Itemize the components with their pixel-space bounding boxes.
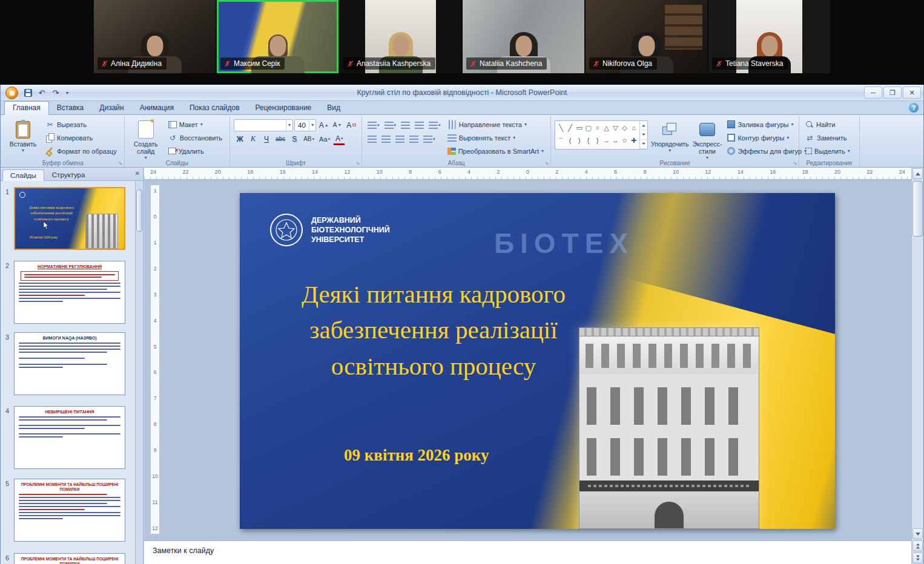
character-spacing-button[interactable]: АВ▾ — [302, 133, 316, 145]
slide-thumbnail-5[interactable]: ПРОБЛЕМНІ МОМЕНТИ ТА НАЙБІЛЬШ ПОШИРЕНІ П… — [14, 479, 125, 542]
slide-title[interactable]: Деякі питання кадрового забезпечення реа… — [258, 277, 609, 384]
participant-tile-1[interactable]: Аліна Дидикіна — [94, 0, 216, 73]
cut-button[interactable]: ✂Вырезать — [43, 118, 120, 131]
arrange-button[interactable]: Упорядочить▾ — [650, 118, 689, 161]
vertical-ruler[interactable]: 10123456789101112 — [150, 185, 160, 534]
horizontal-ruler[interactable]: 2422201816141210864202468101214161820222… — [144, 168, 911, 180]
notes-pane[interactable]: Заметки к слайду — [144, 540, 911, 564]
shape-fill-button[interactable]: Заливка фигуры▾ — [725, 118, 810, 131]
strikethrough-button[interactable]: abc — [274, 133, 287, 145]
tab-slideshow[interactable]: Показ слайдов — [182, 102, 248, 114]
office-button[interactable] — [5, 87, 18, 99]
align-center-button[interactable] — [380, 133, 392, 145]
scroll-down-button[interactable] — [912, 528, 923, 539]
font-color-button[interactable]: А▾ — [333, 133, 345, 145]
increase-indent-button[interactable] — [413, 119, 426, 131]
justify-button[interactable] — [408, 133, 420, 145]
bullets-button[interactable]: ▾ — [366, 119, 381, 131]
shape-effects-button[interactable]: Эффекты для фигур▾ — [725, 145, 810, 157]
numbering-button[interactable]: ▾ — [383, 119, 398, 131]
delete-slide-button[interactable]: Удалить — [166, 145, 226, 157]
convert-to-smartart-button[interactable]: Преобразовать в SmartArt▾ — [445, 145, 547, 157]
quick-access-toolbar: ↶ ↷ ▾ — [22, 87, 71, 99]
font-dialog-launcher[interactable]: ⇘ — [355, 160, 360, 166]
text-shadow-button[interactable]: S — [288, 133, 300, 145]
shapes-scroll-down[interactable] — [640, 130, 647, 139]
align-text-button[interactable]: Выровнять текст▾ — [445, 131, 547, 144]
align-left-button[interactable] — [366, 133, 378, 145]
slide-thumbnail-1[interactable]: Деякі питання кадрового забезпечення реа… — [14, 187, 125, 250]
decrease-indent-button[interactable] — [399, 119, 412, 131]
participant-tile-2-active-speaker[interactable]: Максим Серік — [217, 0, 338, 73]
shapes-gallery[interactable]: ╲╱▭▢○△▽◇⌂ ⌒(){}→↔☆✚ — [555, 120, 648, 149]
font-name-select[interactable]: ▾ — [234, 119, 293, 131]
select-button[interactable]: Выделить▾ — [803, 145, 856, 157]
tab-view[interactable]: Вид — [319, 102, 348, 114]
undo-button[interactable]: ↶ — [36, 87, 48, 99]
customize-qat-button[interactable]: ▾ — [64, 87, 71, 99]
thumbnail-scrollbar[interactable] — [135, 181, 143, 564]
format-painter-button[interactable]: Формат по образцу — [43, 145, 120, 157]
tab-review[interactable]: Рецензирование — [248, 102, 320, 114]
participant-name: Tetiana Staverska — [725, 59, 783, 68]
help-button[interactable]: ? — [909, 103, 919, 113]
drawing-dialog-launcher[interactable]: ⇘ — [793, 160, 797, 166]
text-direction-button[interactable]: Направление текста▾ — [445, 118, 547, 131]
slide-thumbnail-4[interactable]: НЕВИРІШЕНІ ПИТАННЯ — [14, 406, 125, 469]
minimize-button[interactable]: ─ — [864, 87, 882, 99]
tab-animation[interactable]: Анимация — [132, 102, 182, 114]
paste-button[interactable]: Вставить ▾ — [5, 118, 41, 157]
shapes-gallery-scrollbar[interactable] — [639, 121, 647, 149]
layout-button[interactable]: Макет▾ — [166, 118, 226, 131]
find-button[interactable]: Найти — [803, 118, 856, 131]
tab-insert[interactable]: Вставка — [49, 102, 92, 114]
tab-home[interactable]: Главная — [4, 101, 49, 115]
font-size-select[interactable]: 40▾ — [294, 119, 316, 131]
participant-name-badge: Nikiforova Olga — [589, 57, 657, 70]
shape-outline-button[interactable]: Контур фигуры▾ — [725, 131, 810, 144]
scroll-up-button[interactable] — [912, 168, 923, 179]
italic-button[interactable]: К — [247, 133, 259, 145]
quick-styles-button[interactable]: Экспресс-стили▾ — [692, 118, 723, 161]
paragraph-dialog-launcher[interactable]: ⇘ — [544, 160, 549, 166]
grow-font-button[interactable]: А▲ — [317, 119, 330, 131]
scrollbar-track[interactable] — [912, 180, 923, 528]
slide-canvas[interactable]: БІОТЕХ ДЕРЖАВНИЙ БІОТЕХНОЛОГІЧНИЙ УНІВЕР… — [240, 193, 835, 529]
next-slide-button[interactable] — [912, 553, 923, 563]
scrollbar-thumb[interactable] — [912, 181, 923, 237]
tab-design[interactable]: Дизайн — [91, 102, 131, 114]
tab-outline-panel[interactable]: Структура — [44, 169, 93, 180]
vertical-scrollbar[interactable] — [911, 168, 923, 564]
shapes-more-button[interactable] — [640, 140, 647, 149]
underline-button[interactable]: Ч — [260, 133, 272, 145]
previous-slide-button[interactable] — [912, 540, 923, 551]
panel-close-button[interactable]: ✕ — [135, 170, 140, 177]
save-button[interactable] — [22, 87, 34, 99]
slide-thumbnail-3[interactable]: ВИМОГИ NAQA (НАЗЯВО) — [14, 332, 125, 395]
new-slide-button[interactable]: Создать слайд ▾ — [128, 118, 163, 161]
clipboard-dialog-launcher[interactable]: ⇘ — [118, 160, 122, 166]
shapes-scroll-up[interactable] — [640, 121, 647, 130]
reset-slide-button[interactable]: ↺Восстановить — [166, 131, 226, 144]
slide-thumbnail-2[interactable]: НОРМАТИВНЕ РЕГУЛЮВАННЯ — [14, 261, 125, 324]
participant-tile-6[interactable]: Tetiana Staverska — [708, 0, 830, 73]
copy-button[interactable]: Копировать — [43, 131, 120, 144]
thumbnail-scrollbar-thumb[interactable] — [136, 189, 142, 232]
close-button[interactable]: ✕ — [903, 87, 921, 99]
clear-formatting-button[interactable]: А — [345, 119, 358, 131]
change-case-button[interactable]: Аа▾ — [317, 133, 332, 145]
slide-date[interactable]: 09 квітня 2026 року — [344, 446, 489, 465]
replace-button[interactable]: ⇄Заменить — [803, 131, 856, 144]
participant-tile-4[interactable]: Nataliia Kashchena — [463, 0, 584, 73]
slide-thumbnail-6[interactable]: ПРОБЛЕМНІ МОМЕНТИ ТА НАЙБІЛЬШ ПОШИРЕНІ П… — [14, 553, 125, 564]
align-right-button[interactable] — [394, 133, 406, 145]
redo-button[interactable]: ↷ — [50, 87, 62, 99]
restore-button[interactable]: ❐ — [883, 87, 902, 99]
bold-button[interactable]: Ж — [234, 133, 246, 145]
shrink-font-button[interactable]: А▼ — [331, 119, 343, 131]
line-spacing-button[interactable]: ▾ — [427, 119, 443, 131]
participant-tile-5[interactable]: Nikiforova Olga — [586, 0, 707, 73]
participant-tile-3[interactable]: Anastasiia Kashperska — [340, 0, 461, 73]
tab-slides-panel[interactable]: Слайды — [2, 169, 44, 181]
columns-button[interactable]: ▾ — [421, 133, 437, 145]
